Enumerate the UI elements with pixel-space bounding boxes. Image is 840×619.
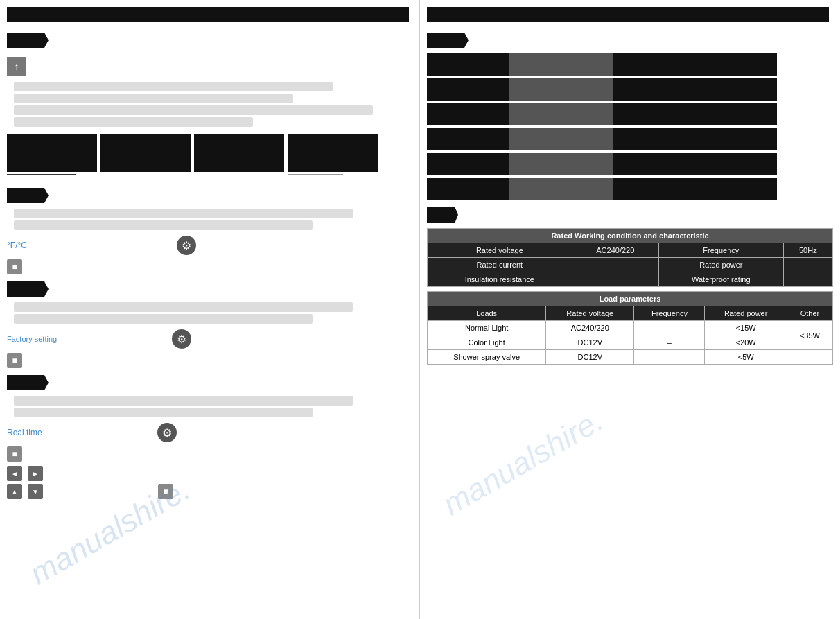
section3-content	[14, 302, 412, 324]
section3-header	[7, 281, 412, 297]
section3-line2	[14, 314, 313, 324]
shower-spray-power: <5W	[705, 350, 787, 365]
shower-spray-row: Shower spray valve DC12V – <5W	[428, 350, 833, 365]
image-block-3	[194, 134, 284, 175]
right-black-section	[427, 53, 833, 200]
rated-voltage-header: Rated voltage	[546, 306, 634, 321]
color-light-row: Color Light DC12V – <20W	[428, 335, 833, 350]
right-section1-arrow	[427, 33, 469, 48]
right-panel: Rated Working condition and characterist…	[420, 0, 840, 619]
section4-line2	[14, 408, 313, 417]
section3-line1	[14, 302, 353, 312]
color-light-frequency: –	[634, 335, 705, 350]
text-line-4	[14, 117, 253, 127]
section1-arrow	[7, 33, 49, 48]
nav-small-btn[interactable]: ■	[158, 484, 173, 499]
spec-section-header	[427, 207, 833, 223]
gear-symbol-4: ⚙	[162, 426, 172, 439]
gear-symbol-2: ⚙	[182, 239, 191, 252]
nav-up-icon: ▲	[11, 488, 18, 496]
image-blocks-row	[7, 134, 412, 175]
shower-spray-frequency: –	[634, 350, 705, 365]
section3-square-btn[interactable]: ■	[7, 353, 22, 368]
nav-arrows-row: ◄ ►	[7, 466, 412, 481]
load-table-title: Load parameters	[428, 292, 833, 306]
nav-arrows-row2: ▲ ▼ ■	[7, 484, 412, 499]
section2-header	[7, 188, 412, 203]
temp-unit-label: °F/°C	[7, 241, 27, 250]
upload-icon[interactable]: ↑	[7, 57, 26, 76]
section4-line1	[14, 396, 353, 406]
section2-content	[14, 209, 412, 230]
normal-light-power: <15W	[705, 321, 787, 335]
waterproof-value	[783, 272, 832, 287]
load-parameters-table: Load parameters Loads Rated voltage Freq…	[427, 291, 833, 365]
upload-symbol: ↑	[15, 61, 19, 72]
nav-up-btn[interactable]: ▲	[7, 484, 22, 499]
factory-setting-label: Factory setting	[7, 335, 57, 343]
rated-current-label: Rated current	[428, 258, 572, 272]
section3-controls: Factory setting ⚙	[7, 329, 412, 349]
frequency-label: Frequency	[658, 243, 783, 258]
nav-down-btn[interactable]: ▼	[28, 484, 43, 499]
table-title-row: Rated Working condition and characterist…	[428, 229, 833, 243]
nav-left-btn[interactable]: ◄	[7, 466, 22, 481]
black-row-1	[427, 53, 777, 76]
rated-current-row: Rated current Rated power	[428, 258, 833, 272]
section4-gear-icon[interactable]: ⚙	[157, 423, 177, 442]
top-bar-right	[427, 7, 829, 22]
watermark-right: manualshire.	[437, 402, 609, 523]
square-symbol-4: ■	[12, 449, 17, 459]
rated-power-label: Rated power	[658, 258, 783, 272]
rated-power-value	[783, 258, 832, 272]
section2-controls: °F/°C ⚙	[7, 236, 412, 255]
section2-line1	[14, 209, 353, 218]
black-row-4	[427, 128, 777, 150]
spec-section-arrow	[427, 207, 458, 223]
shower-spray-voltage: DC12V	[546, 350, 634, 365]
rated-power-header: Rated power	[705, 306, 787, 321]
text-line-3	[14, 105, 373, 115]
text-line-1	[14, 82, 333, 91]
rated-voltage-value: AC240/220	[572, 243, 658, 258]
text-line-2	[14, 94, 293, 103]
normal-light-loads: Normal Light	[428, 321, 546, 335]
shower-spray-loads: Shower spray valve	[428, 350, 546, 365]
section4-btn-row: ■	[7, 446, 412, 462]
section1-content	[14, 82, 412, 127]
real-time-label: Real time	[7, 428, 42, 437]
image-block-4	[288, 134, 378, 175]
black-row-6	[427, 178, 777, 200]
square-symbol-3: ■	[12, 356, 17, 365]
color-light-power: <20W	[705, 335, 787, 350]
waterproof-label: Waterproof rating	[658, 272, 783, 287]
color-light-voltage: DC12V	[546, 335, 634, 350]
nav-right-icon: ►	[32, 470, 39, 478]
image-block-2	[100, 134, 191, 175]
section2-gear-icon[interactable]: ⚙	[177, 236, 196, 255]
section4-content	[14, 396, 412, 417]
rated-voltage-label: Rated voltage	[428, 243, 572, 258]
loads-header: Loads	[428, 306, 546, 321]
left-panel: ↑	[0, 0, 420, 619]
normal-light-voltage: AC240/220	[546, 321, 634, 335]
section4-controls: Real time ⚙	[7, 423, 412, 442]
load-headers-row: Loads Rated voltage Frequency Rated powe…	[428, 306, 833, 321]
section4-square-btn[interactable]: ■	[7, 446, 22, 462]
section3-arrow	[7, 281, 49, 297]
insulation-value	[572, 272, 658, 287]
working-condition-table: Rated Working condition and characterist…	[427, 228, 833, 287]
other-header: Other	[787, 306, 832, 321]
black-row-5	[427, 153, 777, 175]
nav-right-btn[interactable]: ►	[28, 466, 43, 481]
working-table-title: Rated Working condition and characterist…	[428, 229, 833, 243]
gear-symbol-3: ⚙	[177, 333, 186, 346]
rated-current-value	[572, 258, 658, 272]
section3-gear-icon[interactable]: ⚙	[172, 329, 191, 349]
section4-header	[7, 375, 412, 390]
section2-square-btn[interactable]: ■	[7, 259, 22, 274]
page-container: ↑	[0, 0, 840, 619]
normal-light-frequency: –	[634, 321, 705, 335]
right-section1-header	[427, 33, 833, 48]
top-bar-left	[7, 7, 409, 22]
